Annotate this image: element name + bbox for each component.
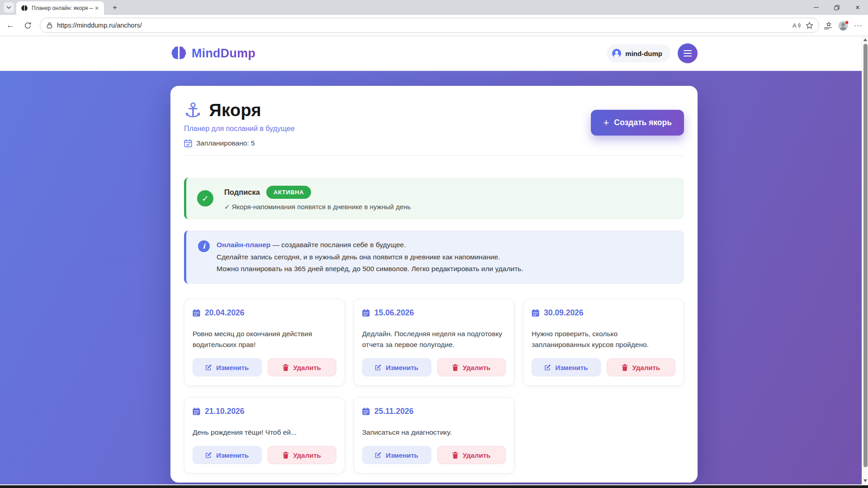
delete-button[interactable]: Удалить (437, 446, 506, 464)
info-line2: Сделайте запись сегодня, и в нужный день… (217, 251, 523, 263)
scroll-up-icon (863, 38, 867, 41)
hamburger-menu-button[interactable] (678, 43, 698, 63)
edit-button[interactable]: Изменить (362, 358, 431, 376)
lock-icon (47, 22, 52, 28)
svg-text:A: A (793, 22, 797, 29)
edit-icon (205, 452, 212, 459)
anchor-card: 25.11.2026 Записаться на диагностику. Из… (354, 397, 514, 474)
anchor-text: Нужно проверить, сколько запланированных… (532, 328, 675, 350)
anchor-card: 21.10.2026 День рождения тёщи! Чтоб ей..… (184, 397, 345, 474)
edit-button[interactable]: Изменить (532, 358, 601, 376)
navbar-right-controls: ··· (824, 15, 863, 36)
window-close-button[interactable]: × (847, 0, 868, 15)
hamburger-icon (684, 50, 692, 52)
info-line3: Можно планировать на 365 дней вперёд, до… (217, 263, 523, 275)
edit-button[interactable]: Изменить (193, 446, 262, 464)
browser-tab[interactable]: Планер онлайн: якоря — послани × (16, 1, 104, 15)
page-title: Якоря (209, 101, 261, 120)
planned-counter: Запланировано: 5 (184, 139, 684, 147)
page-background: ⚓ Якоря Планер для посланий в будущее За… (0, 71, 868, 484)
profile-button[interactable] (838, 20, 849, 31)
tab-title: Планер онлайн: якоря — послани (32, 5, 93, 11)
trash-icon (452, 452, 458, 459)
anchor-card: 30.09.2026 Нужно проверить, сколько запл… (523, 299, 684, 386)
delete-button[interactable]: Удалить (437, 358, 506, 376)
address-bar[interactable]: https://minddump.ru/anchors/ A (40, 18, 819, 33)
calendar-icon (362, 408, 370, 415)
scroll-down-button[interactable] (862, 477, 868, 484)
planned-label: Запланировано: 5 (196, 139, 255, 147)
subscription-banner: ✓ Подписка АКТИВНА ✓ Якоря-напоминания п… (184, 178, 684, 219)
back-button[interactable]: ← (4, 19, 17, 32)
scroll-up-button[interactable] (862, 36, 868, 43)
taskbar-sliver (0, 484, 868, 488)
anchor-icon: ⚓ (184, 100, 202, 120)
brand-logo[interactable]: MindDump (170, 46, 255, 61)
page-viewport: MindDump mind-dump ⚓ Якоря Планер для по… (0, 36, 868, 484)
collections-icon (824, 22, 832, 29)
delete-button[interactable]: Удалить (268, 446, 337, 464)
anchors-panel: ⚓ Якоря Планер для посланий в будущее За… (170, 86, 698, 483)
restore-icon (834, 5, 840, 10)
header-divider (184, 155, 684, 156)
calendar-check-icon (184, 139, 192, 147)
favorite-star-button[interactable] (806, 22, 813, 29)
subscription-note: ✓ Якоря-напоминания появятся в дневнике … (224, 203, 411, 211)
subscription-label: Подписка (224, 188, 260, 197)
tab-close-button[interactable]: × (93, 5, 100, 12)
anchors-grid: 20.04.2026 Ровно месяц до окончания дейс… (184, 299, 684, 474)
user-account-button[interactable]: mind-dump (607, 44, 670, 62)
edit-icon (375, 364, 382, 371)
delete-button[interactable]: Удалить (268, 358, 337, 376)
anchor-date: 15.06.2026 (374, 308, 414, 318)
trash-icon (622, 364, 628, 371)
edit-button[interactable]: Изменить (362, 446, 431, 464)
scroll-down-icon (863, 479, 867, 482)
browser-navbar: ← https://minddump.ru/anchors/ A ··· (0, 15, 868, 36)
anchor-text: Ровно месяц до окончания действия водите… (193, 328, 336, 350)
user-icon (612, 49, 621, 58)
anchor-text: Дедлайн. Последняя неделя на подготовку … (362, 328, 506, 350)
window-restore-button[interactable] (826, 0, 847, 15)
brand-name: MindDump (192, 47, 255, 61)
calendar-icon (193, 408, 200, 415)
new-tab-button[interactable]: + (110, 3, 120, 13)
trash-icon (283, 452, 289, 459)
refresh-icon (24, 22, 32, 29)
chevron-down-icon (6, 6, 11, 9)
edit-button[interactable]: Изменить (193, 358, 262, 376)
anchor-date: 20.04.2026 (205, 308, 245, 318)
anchor-text: День рождения тёщи! Чтоб ей... (193, 427, 336, 438)
info-banner: i Онлайн-планер — создавайте послания се… (184, 230, 684, 284)
read-aloud-button[interactable]: A (792, 22, 801, 29)
trash-icon (452, 364, 458, 371)
info-lead: Онлайн-планер (217, 241, 270, 249)
create-anchor-button[interactable]: + Создать якорь (591, 110, 684, 136)
anchor-card: 15.06.2026 Дедлайн. Последняя неделя на … (354, 299, 514, 386)
info-icon: i (198, 240, 210, 252)
anchor-card: 20.04.2026 Ровно месяц до окончания дейс… (184, 299, 345, 386)
scrollbar-thumb[interactable] (863, 44, 868, 467)
check-circle-icon: ✓ (197, 190, 213, 206)
anchor-date: 25.11.2026 (374, 407, 414, 416)
anchor-text: Записаться на диагностику. (362, 427, 506, 438)
window-controls: × (806, 0, 868, 15)
favicon-brain-icon (21, 5, 28, 12)
edit-icon (375, 452, 382, 459)
plus-icon: + (603, 118, 609, 128)
window-minimize-button[interactable] (806, 0, 826, 15)
edit-icon (205, 364, 212, 371)
browser-tab-strip: Планер онлайн: якоря — послани × + × (0, 0, 868, 15)
info-text: Онлайн-планер — создавайте послания себе… (217, 239, 523, 275)
subscription-status-badge: АКТИВНА (266, 186, 311, 199)
delete-button[interactable]: Удалить (607, 358, 676, 376)
url-text[interactable]: https://minddump.ru/anchors/ (57, 22, 788, 29)
page-scrollbar[interactable] (862, 36, 868, 484)
refresh-button[interactable] (21, 19, 34, 32)
anchor-date: 30.09.2026 (544, 308, 584, 318)
collections-button[interactable] (824, 22, 832, 29)
tab-search-button[interactable] (4, 2, 14, 13)
username-label: mind-dump (625, 50, 662, 57)
calendar-icon (362, 309, 370, 317)
browser-menu-button[interactable]: ··· (854, 22, 863, 30)
